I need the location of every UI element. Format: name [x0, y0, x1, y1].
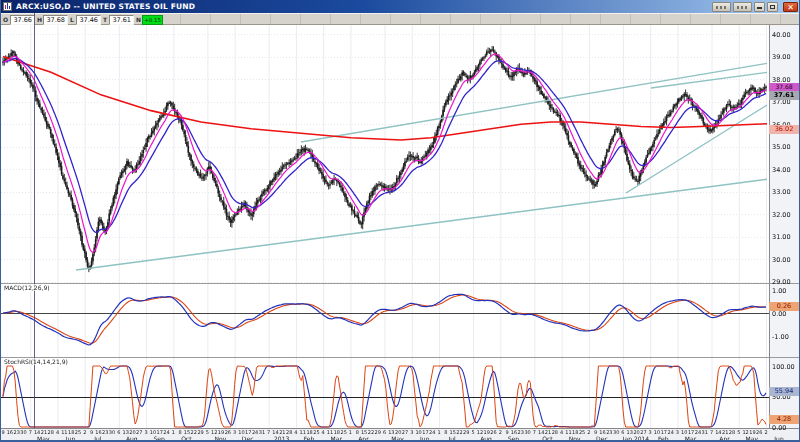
open-value: 37.66	[10, 15, 35, 25]
ma200-price-box: 36.02	[769, 125, 799, 134]
restore-icon	[770, 5, 775, 9]
net-label: N	[136, 15, 141, 25]
low-label: L	[70, 15, 74, 25]
trade-value: 37.61	[109, 15, 134, 25]
crosshair-line	[34, 13, 35, 428]
titlebar-button-1[interactable]	[712, 2, 731, 12]
ma-fast-price-box: 37.68	[769, 83, 799, 91]
window-title: ARCX:USO,D -- UNITED STATES OIL FUND	[16, 2, 195, 11]
stoch-slow-value-box: 55.94	[769, 387, 799, 396]
trade-label: T	[103, 15, 107, 25]
chart-window: ARCX:USO,D -- UNITED STATES OIL FUND ✕ O…	[0, 0, 800, 442]
last-price-box: 37.61	[769, 91, 799, 100]
titlebar-button-2[interactable]	[733, 2, 752, 12]
close-button[interactable]: ✕	[783, 2, 798, 12]
macd-value-box: 0.26	[769, 302, 799, 311]
macd-label: MACD(12,26,9)	[3, 284, 51, 291]
low-value: 37.46	[76, 15, 101, 25]
app-chart-icon	[3, 2, 12, 11]
high-label: H	[37, 15, 42, 25]
minimize-button[interactable]	[754, 2, 765, 12]
restore-button[interactable]	[767, 2, 778, 12]
net-change-value: +0.15	[142, 15, 163, 25]
stochrsi-label: StochRSI(14,14,21,9)	[3, 358, 69, 365]
stoch-fast-value-box: 4.28	[769, 415, 799, 424]
window-titlebar: ARCX:USO,D -- UNITED STATES OIL FUND ✕	[1, 0, 800, 13]
titlebar-buttons: ✕	[712, 1, 798, 12]
minimize-icon	[757, 7, 762, 9]
quote-bar: O 37.66 H 37.68 L 37.46 T 37.61 N +0.15	[1, 13, 800, 25]
open-label: O	[3, 15, 8, 25]
chart-canvas[interactable]	[1, 25, 800, 442]
high-value: 37.68	[43, 15, 68, 25]
